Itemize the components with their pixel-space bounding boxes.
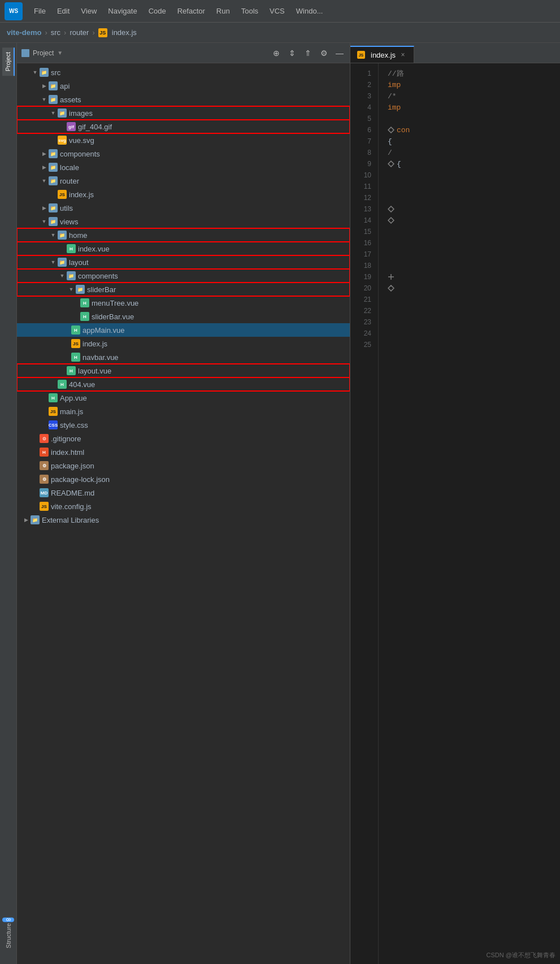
file-name-viteconfig: vite.config.js [51,502,92,511]
tree-item-home-index[interactable]: H index.vue [17,242,350,255]
breadcrumb-src[interactable]: src [51,28,60,37]
file-name-sliderbar: sliderBar [87,285,116,294]
line-num-24: 24 [350,328,378,339]
menu-file[interactable]: File [29,5,50,18]
tree-item-api[interactable]: ▶ 📁 api [17,79,350,93]
tree-item-gitignore[interactable]: ⊙ .gitignore [17,432,350,445]
code-line-2: imp [388,79,560,90]
sidebar-tab-project[interactable]: Project [2,47,15,76]
tree-item-navbar[interactable]: H navbar.vue [17,350,350,364]
folder-icon-assets: 📁 [49,95,58,104]
line-num-1: 1 [350,68,378,79]
line-num-11: 11 [350,181,378,192]
tree-item-utils[interactable]: ▶ 📁 utils [17,201,350,215]
tree-item-sliderbar-vue[interactable]: H sliderBar.vue [17,310,350,323]
tree-item-404[interactable]: H 404.vue [17,377,350,391]
tree-item-layout-vue[interactable]: H layout.vue [17,364,350,377]
tree-item-router-indexjs[interactable]: JS index.js [17,188,350,201]
menu-view[interactable]: View [76,5,101,18]
menu-refactor[interactable]: Refactor [173,5,210,18]
menu-navigate[interactable]: Navigate [103,5,141,18]
file-name-layout-components: components [78,272,118,280]
tree-item-indexhtml[interactable]: H index.html [17,445,350,459]
file-icon-indexhtml: H [40,448,49,457]
tree-item-mainjs[interactable]: JS main.js [17,405,350,418]
editor-tab-indexjs[interactable]: JS index.js × [350,46,414,63]
code-line-3: /* [388,90,560,102]
breadcrumb-filename[interactable]: index.js [112,28,137,37]
breadcrumb-sep-3: › [92,28,94,37]
file-name-layout: layout [69,258,89,267]
menu-tools[interactable]: Tools [237,5,263,18]
tree-item-layout[interactable]: ▼ 📁 layout [17,255,350,269]
tree-item-readme[interactable]: MD README.md [17,486,350,500]
code-line-10 [388,170,560,181]
breadcrumb-router[interactable]: router [70,28,89,37]
tab-close-indexjs[interactable]: × [399,51,407,59]
chevron-extlibs: ▶ [21,515,31,524]
tree-item-stylecss[interactable]: CSS style.css [17,418,350,432]
tree-item-images[interactable]: ▼ 📁 images [17,106,350,120]
file-name-readme: README.md [51,489,94,497]
tree-item-menutree[interactable]: H menuTree.vue [17,296,350,310]
code-area[interactable]: //路 imp /* imp con { / [379,63,560,964]
tree-item-sliderbar[interactable]: ▼ 📁 sliderBar [17,283,350,296]
tree-item-appvue[interactable]: H App.vue [17,391,350,405]
breadcrumb-project[interactable]: vite-demo [7,28,41,37]
breadcrumb-sep-1: › [45,28,47,37]
sidebar-tab-structure[interactable]: Structure 8 [0,913,16,953]
file-icon-home-index: H [67,244,76,253]
tree-item-packagejson[interactable]: ⚙ package.json [17,459,350,472]
file-name-router: router [60,177,79,185]
line-num-16: 16 [350,237,378,249]
toolbar-sort-icon[interactable]: ⇕ [286,47,298,59]
menu-code[interactable]: Code [144,5,171,18]
tree-item-vuesvg[interactable]: svg vue.svg [17,133,350,147]
tree-item-home[interactable]: ▼ 📁 home [17,228,350,242]
menu-run[interactable]: Run [212,5,235,18]
folder-icon-extlibs: 📁 [31,515,40,524]
file-name-packagelock: package-lock.json [51,475,110,484]
file-icon-viteconfig: JS [40,502,49,511]
toolbar-settings-icon[interactable]: ⚙ [318,47,329,59]
toolbar-expand-icon[interactable]: ⇑ [302,47,314,59]
file-name-404: 404.vue [69,380,95,389]
menu-window[interactable]: Windo... [292,5,328,18]
tree-item-assets[interactable]: ▼ 📁 assets [17,93,350,106]
tree-item-gif404[interactable]: gif gif_404.gif [17,120,350,133]
tree-item-appmain[interactable]: H appMain.vue [17,323,350,337]
tree-item-viteconfig[interactable]: JS vite.config.js [17,500,350,513]
tree-item-layout-index[interactable]: JS index.js [17,337,350,350]
tree-item-layout-components[interactable]: ▼ 📁 components [17,269,350,283]
line-num-23: 23 [350,316,378,328]
code-line-21 [388,294,560,305]
tree-item-extlibs[interactable]: ▶ 📁 External Libraries [17,513,350,527]
toolbar-add-icon[interactable]: ⊕ [271,47,282,59]
toolbar-minimize-icon[interactable]: — [334,47,345,59]
svg-marker-0 [388,127,394,133]
line-num-5: 5 [350,113,378,124]
tree-item-packagelock[interactable]: ⚙ package-lock.json [17,472,350,486]
tree-item-locale[interactable]: ▶ 📁 locale [17,160,350,174]
file-icon-packagelock: ⚙ [40,475,49,484]
file-name-menutree: menuTree.vue [92,299,138,307]
panel-dropdown-arrow[interactable]: ▼ [57,50,63,56]
tree-item-views[interactable]: ▼ 📁 views [17,215,350,228]
file-name-layout-vue: layout.vue [78,367,111,375]
file-name-views: views [60,218,79,226]
tree-item-components[interactable]: ▶ 📁 components [17,147,350,160]
file-name-images: images [69,109,93,118]
folder-icon-home: 📁 [58,231,67,240]
tree-item-router[interactable]: ▼ 📁 router [17,174,350,188]
file-name-home: home [69,231,88,240]
file-name-home-index: index.vue [78,245,110,253]
menu-vcs[interactable]: VCS [265,5,289,18]
chevron-api: ▶ [40,81,49,90]
tree-item-src[interactable]: ▼ 📁 src [17,66,350,79]
code-line-16 [388,237,560,249]
breadcrumb-sep-2: › [64,28,66,37]
menu-edit[interactable]: Edit [53,5,74,18]
code-line-11 [388,181,560,192]
file-name-packagejson: package.json [51,462,94,470]
chevron-src: ▼ [31,68,40,77]
